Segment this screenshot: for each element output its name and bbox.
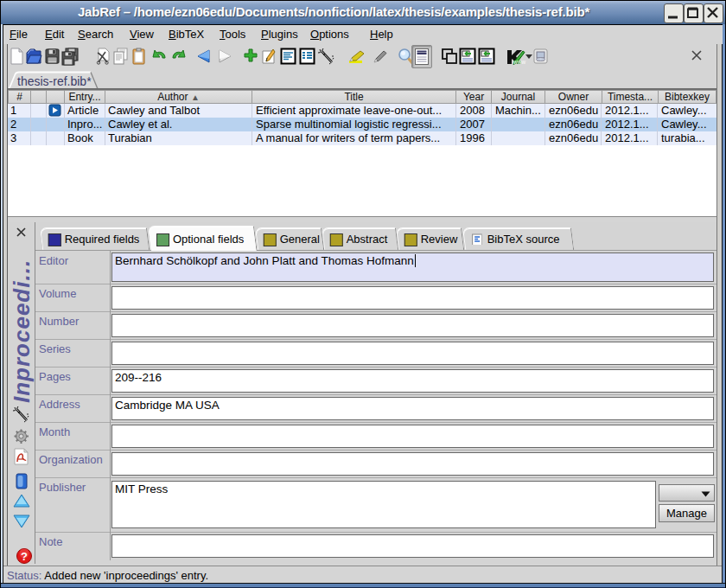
svg-text:thesis-ref.bib*: thesis-ref.bib*: [17, 74, 92, 88]
svg-text:?: ?: [21, 550, 28, 563]
